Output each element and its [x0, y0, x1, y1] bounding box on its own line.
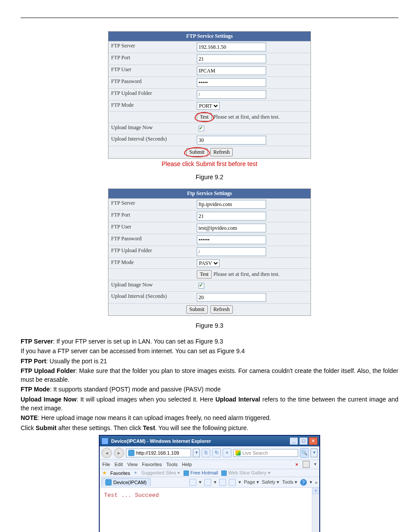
home-icon[interactable] [189, 479, 196, 486]
p1-pass-label: FTP Password [108, 77, 194, 88]
p1-user-input[interactable] [197, 66, 266, 75]
menu-help[interactable]: Help [182, 462, 192, 467]
p2-mode-select[interactable]: PASV [197, 259, 220, 267]
body-text: FTP Server: If your FTP server is set up… [21, 337, 398, 432]
p2-refresh-button[interactable]: Refresh [210, 305, 233, 314]
scroll-up-icon[interactable]: ▴ [312, 488, 319, 494]
menu-edit[interactable]: Edit [115, 462, 123, 467]
t-uploadint: Upload Interval [215, 396, 260, 403]
t-p1b: : If your FTP server is set up in LAN. Y… [53, 338, 223, 345]
t-ftpfolder: FTP Upload Folder [21, 367, 76, 374]
p1-uploadnow-checkbox[interactable] [199, 126, 204, 131]
figure-9-3-caption: Figure 9.3 [21, 322, 398, 329]
t-p5b: : It supports standard (POST) mode and p… [50, 386, 221, 393]
p1-refresh-button[interactable]: Refresh [210, 148, 233, 156]
compat-icon[interactable]: ⎘ [202, 449, 210, 457]
search-box[interactable]: Live Search [233, 449, 298, 457]
t-test: Test [143, 424, 155, 431]
menu-tools[interactable]: Tools [166, 462, 178, 467]
p2-interval-input[interactable] [197, 293, 266, 302]
url-text: http://192.168.1.109 [136, 450, 179, 456]
p1-pass-input[interactable] [197, 78, 266, 87]
stop-icon[interactable]: × [223, 449, 231, 457]
p2-pass-input[interactable] [197, 235, 266, 244]
minimize-button[interactable]: _ [289, 437, 298, 445]
test-result-text: Test ... Succeed [104, 492, 159, 499]
t-ftpport: FTP Port [21, 358, 46, 365]
p1-folder-input[interactable] [197, 90, 266, 99]
ie-favorites-bar: ★ Favorites ✦ Suggested Sites ▾ Free Hot… [100, 469, 319, 477]
menu-favorites[interactable]: Favorites [142, 462, 162, 467]
browser-tab[interactable]: Device(IPCAM) [101, 478, 151, 486]
forward-button[interactable]: ► [114, 448, 124, 458]
t-p7b: : Here upload image now means it can upl… [38, 414, 271, 421]
ie-page-icon-2 [221, 470, 227, 476]
favorites-label[interactable]: Favorites [110, 470, 130, 476]
vertical-scrollbar[interactable]: ▴ ▾ [312, 488, 319, 532]
menu-view[interactable]: View [127, 462, 138, 467]
search-button[interactable]: 🔍 [300, 448, 309, 458]
suggested-sites-link[interactable]: Suggested Sites ▾ [141, 470, 180, 476]
t-p2: If you have a FTP server can be accessed… [21, 347, 398, 355]
address-dropdown[interactable]: ▾ [193, 449, 200, 457]
p1-mode-label: FTP Mode [108, 101, 194, 111]
panel1-title: FTP Service Settings [108, 32, 311, 41]
p2-port-label: FTP Port [108, 210, 194, 222]
page-menu[interactable]: Page ▾ [244, 479, 259, 485]
p1-interval-input[interactable] [197, 136, 266, 145]
menu-file[interactable]: File [102, 462, 110, 467]
p1-port-label: FTP Port [108, 53, 194, 65]
close-button[interactable]: × [309, 437, 318, 445]
back-button[interactable]: ◄ [101, 448, 112, 458]
tools-menu[interactable]: Tools ▾ [282, 479, 297, 485]
free-hotmail-link[interactable]: Free Hotmail [184, 470, 218, 476]
t-uploadnow: Upload Image Now [21, 396, 76, 403]
figure-9-2-caption: Figure 9.2 [21, 174, 398, 181]
p2-uploadnow-checkbox[interactable] [199, 283, 204, 289]
readmail-icon[interactable] [219, 479, 226, 486]
p2-server-input[interactable] [197, 200, 266, 209]
p1-server-label: FTP Server [108, 41, 194, 53]
safety-menu[interactable]: Safety ▾ [262, 479, 279, 485]
compat-drop[interactable]: ▾ [314, 461, 317, 467]
p2-server-label: FTP Server [108, 199, 194, 210]
ftp-panel-1: FTP Service Settings FTP Server FTP Port… [108, 31, 311, 159]
p2-port-input[interactable] [197, 212, 266, 221]
p2-user-input[interactable] [197, 224, 266, 232]
fav-pin-icon[interactable]: ✦ [134, 470, 137, 476]
p1-test-button[interactable]: Test [197, 113, 212, 121]
t-p4b: : Make sure that the folder you plan to … [21, 367, 398, 383]
search-placeholder: Live Search [242, 450, 268, 456]
p2-test-button[interactable]: Test [197, 270, 212, 279]
p1-test-note: Please set at first, and then test. [213, 114, 280, 120]
web-slice-link[interactable]: Web Slice Gallery ▾ [221, 470, 270, 476]
ftp-panel-2: Ftp Service Settings FTP Server FTP Port… [108, 188, 311, 316]
feeds-icon[interactable] [204, 479, 211, 486]
p1-uploadnow-label: Upload Image Now [108, 123, 194, 134]
p1-server-input[interactable] [197, 43, 266, 51]
ie-document-area: Test ... Succeed ▴ ▾ [100, 488, 319, 532]
p1-submit-button[interactable]: Submit [186, 148, 208, 156]
p2-submit-button[interactable]: Submit [186, 305, 208, 314]
help-icon[interactable]: ? [300, 479, 307, 486]
address-bar[interactable]: http://192.168.1.109 [126, 449, 191, 457]
t-note: NOTE [21, 414, 38, 421]
top-rule [21, 18, 398, 18]
t-p8e: . You will see the following picture. [155, 424, 248, 431]
refresh-icon[interactable]: ↻ [212, 449, 221, 457]
chevron-icon[interactable]: » [315, 480, 318, 485]
p1-mode-select[interactable]: PORT [197, 102, 220, 110]
p2-uploadnow-label: Upload Image Now [108, 280, 194, 291]
stop-x-icon[interactable]: × [296, 462, 298, 467]
maximize-button[interactable]: □ [299, 437, 308, 445]
search-provider-icon [235, 450, 241, 456]
search-dropdown[interactable]: ▾ [311, 449, 318, 457]
p1-port-input[interactable] [197, 54, 266, 63]
print-icon[interactable] [229, 479, 236, 486]
p2-interval-label: Upload Interval (Seconds) [108, 292, 194, 303]
compat-view-icon[interactable] [303, 461, 310, 468]
tab-label: Device(IPCAM) [113, 480, 147, 485]
favorites-star-icon[interactable]: ★ [102, 470, 107, 476]
ie-titlebar: Device(IPCAM) - Windows Internet Explore… [100, 436, 319, 446]
p2-folder-input[interactable] [197, 247, 266, 256]
